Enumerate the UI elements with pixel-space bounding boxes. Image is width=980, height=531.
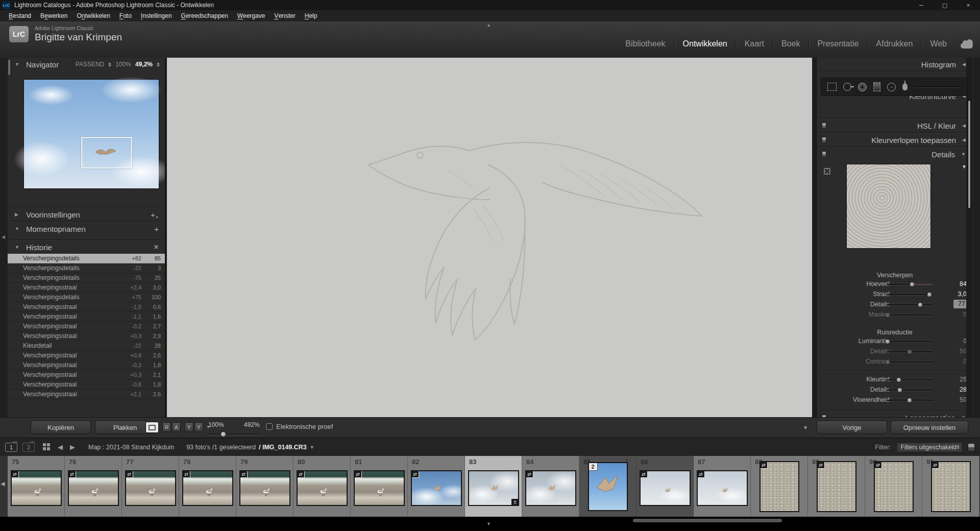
redeye-tool-icon[interactable] [858, 83, 867, 91]
photo-thumbnail[interactable] [931, 461, 971, 512]
navigator-zoom-rect[interactable] [81, 137, 132, 168]
before-after-right-button[interactable]: A [172, 422, 181, 432]
filmstrip-cell[interactable]: 90 ≡↑ [865, 456, 922, 517]
slider-thumb[interactable] [885, 359, 890, 365]
slider-track[interactable] [887, 390, 933, 391]
filmstrip-cell[interactable]: 77 ≡↑ [122, 456, 179, 517]
primary-monitor-button[interactable]: 1 [5, 443, 17, 452]
thumbnail-badge[interactable] [817, 461, 825, 469]
menu-item[interactable]: Venster [270, 10, 300, 21]
photo-thumbnail[interactable] [297, 470, 348, 506]
toolbar-options-icon[interactable]: ▼ [803, 425, 808, 430]
filmstrip-cell[interactable]: 83 ≡↑ [465, 456, 522, 517]
previous-button[interactable]: Vorige [817, 421, 887, 434]
slider-value[interactable]: 0 [951, 337, 967, 345]
thumbnail-badge[interactable] [525, 470, 533, 478]
heal-tool-icon[interactable] [843, 83, 851, 91]
copy-button[interactable]: Kopiëren [31, 421, 91, 434]
slider-value[interactable]: 50 [951, 396, 967, 403]
slider-thumb[interactable] [907, 349, 912, 354]
slider-thumb[interactable] [885, 339, 890, 344]
filmstrip-cell[interactable]: 85 ≡↑ 2 [579, 456, 636, 517]
zoom-level-current[interactable]: 100% [208, 421, 224, 428]
slider-thumb[interactable] [897, 388, 902, 393]
details-header[interactable]: Details ▼ [817, 148, 973, 161]
photo-thumbnail[interactable] [760, 461, 799, 512]
add-snapshot-button[interactable]: + [154, 225, 159, 233]
gradient-tool-icon[interactable] [873, 82, 880, 91]
filmstrip-cell[interactable]: 81 ≡↑ [351, 456, 408, 517]
lens-header[interactable]: Lenscorrecties ▼ [817, 411, 973, 417]
snapshots-header[interactable]: ▼ Momentopnamen + [8, 222, 165, 235]
history-row[interactable]: Verscherpingsdetails +82 85 [8, 254, 165, 263]
close-icon[interactable]: × [957, 0, 980, 10]
back-icon[interactable]: ◀ [58, 443, 63, 451]
thumbnail-badge[interactable] [874, 461, 882, 469]
history-row[interactable]: Verscherpingsstraal +2,1 2,6 [8, 390, 165, 399]
gradients-header[interactable]: Kleurverlopen toepassen ◀ [817, 133, 973, 147]
minimize-icon[interactable]: ─ [910, 0, 933, 10]
slider-track[interactable] [887, 294, 933, 296]
photo-thumbnail[interactable] [11, 470, 62, 506]
slider-value[interactable]: 3,0 [951, 291, 967, 298]
photo-thumbnail[interactable] [411, 470, 462, 506]
filmstrip-cell[interactable]: 80 ≡↑ [293, 456, 351, 517]
right-panel-scrollbar[interactable] [966, 58, 972, 417]
slider-thumb[interactable] [885, 312, 890, 318]
slider-track[interactable] [887, 351, 933, 353]
slider-track[interactable] [887, 341, 933, 343]
history-header[interactable]: ▼ Historie ✕ [8, 240, 165, 254]
filter-toggle-switch[interactable] [968, 443, 975, 451]
thumbnail-badge[interactable]: 2 [588, 462, 598, 471]
history-row[interactable]: Verscherpingsstraal -1,1 1,6 [8, 312, 165, 322]
photo-canvas[interactable] [167, 58, 812, 417]
grid-view-icon[interactable] [43, 443, 51, 451]
current-filename[interactable]: / IMG_0149.CR3 [259, 444, 307, 451]
photo-thumbnail[interactable] [640, 470, 691, 506]
slider-track[interactable] [887, 379, 933, 381]
menu-item[interactable]: Instellingen [136, 10, 177, 21]
photo-thumbnail[interactable] [354, 470, 405, 506]
before-after-left-button[interactable]: R [162, 422, 171, 432]
history-row[interactable]: Verscherpingsstraal -0,8 1,8 [8, 380, 165, 390]
thumbnail-badge[interactable] [125, 470, 133, 478]
module-tab[interactable]: Kaart [736, 39, 773, 49]
slider-track[interactable] [887, 361, 933, 363]
thumbnail-badge[interactable] [68, 470, 76, 478]
slider-thumb[interactable] [918, 302, 923, 307]
filter-dropdown[interactable]: Filters uitgeschakeld [896, 442, 963, 452]
maximize-icon[interactable]: ▢ [933, 0, 957, 10]
clear-history-icon[interactable]: ✕ [154, 244, 159, 251]
filmstrip-hscrollbar[interactable] [633, 519, 782, 522]
secondary-monitor-button[interactable]: 2 [22, 443, 35, 452]
split-right-button[interactable]: Y [194, 422, 203, 432]
crop-tool-icon[interactable] [827, 83, 837, 91]
photo-thumbnail[interactable] [182, 470, 233, 506]
photo-thumbnail[interactable] [525, 470, 576, 506]
collapse-top-icon[interactable]: ▲ [486, 22, 491, 28]
soft-proof-checkbox[interactable] [266, 423, 273, 430]
slider-thumb[interactable] [910, 282, 915, 287]
slider-thumb[interactable] [896, 377, 901, 382]
slider-thumb[interactable] [927, 292, 932, 297]
loupe-view-button[interactable] [145, 422, 159, 433]
filmstrip-cell[interactable]: 86 ≡↑ [636, 456, 694, 517]
slider-value[interactable]: 28 [951, 386, 967, 393]
photo-thumbnail[interactable] [874, 461, 914, 512]
thumbnail-badge[interactable] [11, 470, 19, 478]
history-row[interactable]: Verscherpingsstraal -1,0 0,6 [8, 302, 165, 312]
photo-thumbnail[interactable] [125, 470, 176, 506]
filmstrip-cell[interactable]: 84 ≡↑ [522, 456, 579, 517]
split-left-button[interactable]: Y [185, 422, 193, 432]
history-row[interactable]: Verscherpingsdetails -22 3 [8, 263, 165, 273]
tonecurve-header-clipped[interactable]: Kleurtintcurve ◀ [817, 96, 973, 103]
thumbnail-badge[interactable] [640, 470, 648, 478]
navigator-fit[interactable]: PASSEND [76, 61, 104, 68]
photo-thumbnail[interactable]: 2 [588, 462, 628, 511]
history-row[interactable]: Verscherpingsstraal +2,4 3,0 [8, 283, 165, 293]
filmstrip-cell[interactable]: 82 ≡↑ [408, 456, 465, 517]
scrollbar-thumb[interactable] [967, 100, 971, 209]
hsl-header[interactable]: HSL / Kleur ◀ [817, 119, 973, 132]
thumbnail-badge[interactable] [182, 470, 190, 478]
histogram-header[interactable]: Histogram ◀ [817, 58, 973, 71]
